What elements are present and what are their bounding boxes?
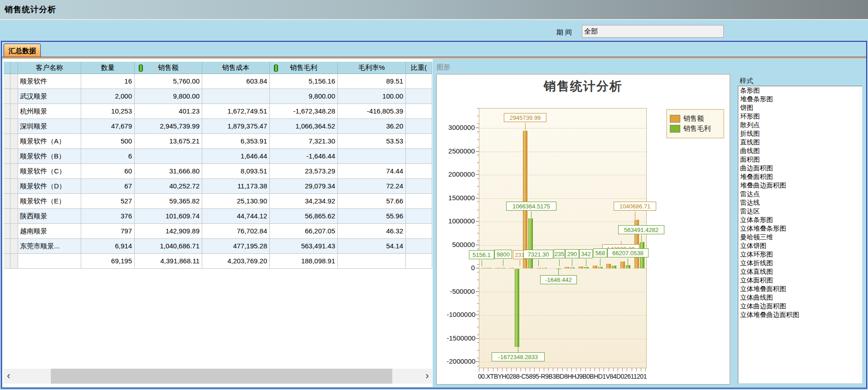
table-cell[interactable]: 16: [81, 74, 135, 89]
table-cell[interactable]: 武汉顺景: [18, 89, 81, 104]
table-cell[interactable]: 9,800.00: [135, 89, 202, 104]
table-cell[interactable]: [406, 119, 432, 134]
table-cell[interactable]: [406, 134, 432, 149]
table-cell[interactable]: 40,252.72: [135, 179, 202, 194]
table-cell[interactable]: 1,879,375.47: [202, 119, 270, 134]
table-cell[interactable]: 13,675.21: [135, 134, 202, 149]
table-cell[interactable]: [406, 179, 432, 194]
table-cell[interactable]: 杭州顺景: [18, 104, 81, 119]
table-cell[interactable]: 1,672,749.51: [202, 104, 270, 119]
total-row-cell[interactable]: [338, 254, 406, 269]
table-cell[interactable]: [406, 89, 432, 104]
table-cell[interactable]: [406, 194, 432, 209]
table-cell[interactable]: 57.66: [338, 194, 406, 209]
column-header-7[interactable]: 比重(: [406, 62, 432, 74]
table-cell[interactable]: [406, 224, 432, 239]
row-selector[interactable]: [10, 209, 18, 224]
total-row-cell[interactable]: [406, 254, 432, 269]
table-cell[interactable]: 44,744.12: [202, 209, 270, 224]
table-cell[interactable]: 76,702.84: [202, 224, 270, 239]
table-cell[interactable]: 36.20: [338, 119, 406, 134]
style-item-7[interactable]: 直线图: [738, 138, 862, 147]
table-cell[interactable]: 60: [81, 164, 135, 179]
row-selector[interactable]: [10, 179, 18, 194]
table-cell[interactable]: 2,945,739.99: [135, 119, 202, 134]
table-cell[interactable]: 29,079.34: [270, 179, 338, 194]
column-header-3[interactable]: 销售额: [135, 62, 202, 74]
table-cell[interactable]: 46.32: [338, 224, 406, 239]
style-item-20[interactable]: 立体环形图: [738, 250, 862, 259]
table-cell[interactable]: 9,800.00: [270, 89, 338, 104]
style-item-2[interactable]: 堆叠条形图: [738, 95, 862, 104]
total-row-cell[interactable]: 69,195: [81, 254, 135, 269]
table-cell[interactable]: 1,040,686.71: [135, 239, 202, 254]
table-cell[interactable]: [406, 209, 432, 224]
column-header-5[interactable]: 销售毛利: [270, 62, 338, 74]
table-cell[interactable]: 74.44: [338, 164, 406, 179]
row-selector[interactable]: [10, 119, 18, 134]
row-selector[interactable]: [10, 224, 18, 239]
table-cell[interactable]: [202, 89, 270, 104]
table-cell[interactable]: 顺景软件（D）: [18, 179, 81, 194]
style-item-8[interactable]: 曲线图: [738, 147, 862, 155]
table-cell[interactable]: 56,865.62: [270, 209, 338, 224]
table-cell[interactable]: 53.53: [338, 134, 406, 149]
table-cell[interactable]: 527: [81, 194, 135, 209]
row-selector[interactable]: [4, 74, 10, 89]
style-item-3[interactable]: 饼图: [738, 104, 862, 112]
table-cell[interactable]: 89.51: [338, 74, 406, 89]
style-item-27[interactable]: 立体堆叠曲边面积图: [738, 311, 862, 319]
table-cell[interactable]: 31,666.80: [135, 164, 202, 179]
table-cell[interactable]: [338, 149, 406, 164]
table-cell[interactable]: 越南顺景: [18, 224, 81, 239]
row-selector[interactable]: [10, 89, 18, 104]
table-cell[interactable]: 401.23: [135, 104, 202, 119]
table-cell[interactable]: 东莞市顺景...: [18, 239, 81, 254]
row-selector[interactable]: [10, 74, 18, 89]
table-cell[interactable]: 陕西顺景: [18, 209, 81, 224]
table-cell[interactable]: 2,000: [81, 89, 135, 104]
table-cell[interactable]: 500: [81, 134, 135, 149]
total-row-cell[interactable]: 4,391,868.11: [135, 254, 202, 269]
total-row-cell[interactable]: [18, 254, 81, 269]
table-cell[interactable]: -416,805.39: [338, 104, 406, 119]
table-cell[interactable]: -1,646.44: [270, 149, 338, 164]
table-cell[interactable]: 72.24: [338, 179, 406, 194]
row-selector[interactable]: [4, 194, 10, 209]
table-cell[interactable]: 6,914: [81, 239, 135, 254]
table-cell[interactable]: 顺景软件（E）: [18, 194, 81, 209]
column-header-1[interactable]: 客户名称: [18, 62, 81, 74]
column-header-4[interactable]: 销售成本: [202, 62, 270, 74]
row-selector[interactable]: [4, 104, 10, 119]
table-horizontal-scrollbar[interactable]: ‹ ›: [4, 369, 432, 384]
table-cell[interactable]: 477,195.28: [202, 239, 270, 254]
style-item-23[interactable]: 立体面积图: [738, 276, 862, 285]
chart-style-listbox[interactable]: 条形图堆叠条形图饼图环形图散列点折线图直线图曲线图面积图曲边面积图堆叠面积图堆叠…: [738, 86, 863, 384]
table-cell[interactable]: 66,207.05: [270, 224, 338, 239]
row-selector[interactable]: [4, 134, 10, 149]
table-cell[interactable]: 顺景软件（B）: [18, 149, 81, 164]
row-selector[interactable]: [4, 164, 10, 179]
tab-summary-data[interactable]: 汇总数据: [4, 44, 41, 57]
table-cell[interactable]: 8,093.51: [202, 164, 270, 179]
style-item-26[interactable]: 立体曲边面积图: [738, 302, 862, 311]
style-item-24[interactable]: 立体堆叠面积图: [738, 285, 862, 293]
table-cell[interactable]: [406, 104, 432, 119]
style-item-14[interactable]: 雷达线: [738, 198, 862, 207]
table-cell[interactable]: 10,253: [81, 104, 135, 119]
table-cell[interactable]: 563,491.43: [270, 239, 338, 254]
style-item-18[interactable]: 曼哈顿三维: [738, 233, 862, 242]
style-item-10[interactable]: 曲边面积图: [738, 164, 862, 173]
scroll-right-icon[interactable]: ›: [422, 369, 432, 384]
table-cell[interactable]: 6: [81, 149, 135, 164]
row-selector[interactable]: [10, 239, 18, 254]
table-cell[interactable]: 23,573.29: [270, 164, 338, 179]
style-item-17[interactable]: 立体堆叠条形图: [738, 224, 862, 233]
table-cell[interactable]: 7,321.30: [270, 134, 338, 149]
table-cell[interactable]: 11,173.38: [202, 179, 270, 194]
column-header-6[interactable]: 毛利率%: [338, 62, 406, 74]
table-cell[interactable]: 603.84: [202, 74, 270, 89]
total-row-cell[interactable]: 4,203,769.20: [202, 254, 270, 269]
row-selector[interactable]: [10, 149, 18, 164]
scrollbar-thumb[interactable]: [51, 369, 392, 384]
